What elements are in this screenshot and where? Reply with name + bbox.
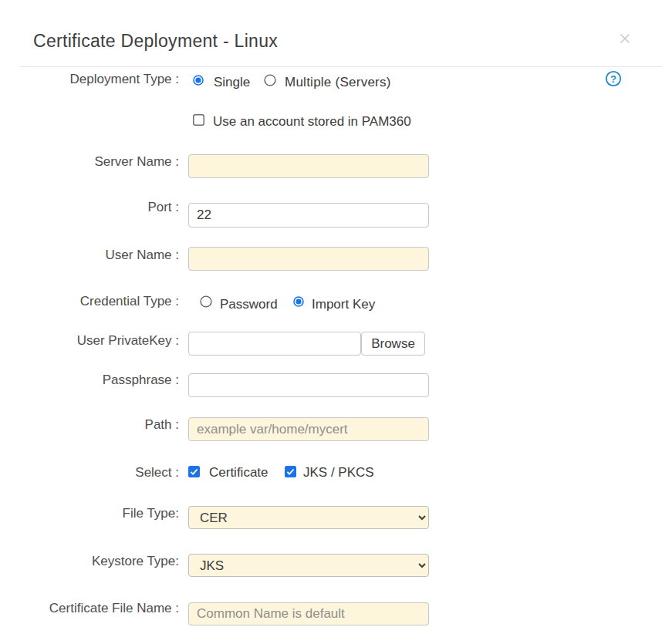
svg-text:?: ? bbox=[610, 73, 616, 85]
